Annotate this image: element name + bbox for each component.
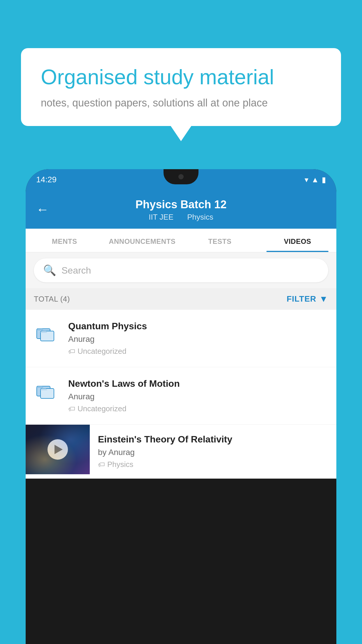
tab-ments[interactable]: MENTS xyxy=(26,229,103,252)
search-icon: 🔍 xyxy=(43,264,56,276)
back-button[interactable]: ← xyxy=(36,202,49,217)
folder-icon xyxy=(34,321,60,347)
video-title: Newton's Laws of Motion xyxy=(68,378,328,389)
filter-label: FILTER xyxy=(287,294,316,304)
video-info: Einstein's Theory Of Relativity by Anura… xyxy=(90,425,336,478)
video-tag: 🏷 Uncategorized xyxy=(68,347,328,356)
signal-icon: ▲ xyxy=(311,175,319,184)
tag-label: Physics xyxy=(107,460,133,469)
thumbnail-bg xyxy=(26,425,90,474)
tab-videos[interactable]: VIDEOS xyxy=(259,229,337,252)
header-subtitle: IIT JEE Physics xyxy=(36,213,326,222)
status-time: 14:29 xyxy=(36,175,57,184)
folder-icon xyxy=(34,378,60,405)
tag-icon: 🏷 xyxy=(68,347,75,356)
header-title: Physics Batch 12 xyxy=(36,198,326,211)
search-placeholder: Search xyxy=(61,265,91,276)
video-thumbnail xyxy=(26,425,90,474)
video-author: Anurag xyxy=(68,335,328,344)
notch xyxy=(164,169,198,184)
filter-bar: TOTAL (4) FILTER ▼ xyxy=(26,288,336,310)
video-info: Newton's Laws of Motion Anurag 🏷 Uncateg… xyxy=(68,378,328,413)
status-icons: ▾ ▲ ▮ xyxy=(305,175,326,184)
camera xyxy=(178,174,184,179)
speech-bubble: Organised study material notes, question… xyxy=(21,48,341,126)
wifi-icon: ▾ xyxy=(305,175,308,184)
filter-button[interactable]: FILTER ▼ xyxy=(287,294,328,304)
speech-bubble-heading: Organised study material xyxy=(41,65,321,89)
battery-icon: ▮ xyxy=(322,175,326,184)
tag-icon: 🏷 xyxy=(98,461,105,469)
video-author: by Anurag xyxy=(98,448,328,457)
tab-announcements[interactable]: ANNOUNCEMENTS xyxy=(103,229,181,252)
status-bar: 14:29 ▾ ▲ ▮ xyxy=(26,169,336,190)
video-author: Anurag xyxy=(68,392,328,401)
speech-bubble-subtext: notes, question papers, solutions all at… xyxy=(41,97,321,109)
video-info: Quantum Physics Anurag 🏷 Uncategorized xyxy=(68,321,328,356)
header-subtitle-right: Physics xyxy=(187,213,213,221)
tag-label: Uncategorized xyxy=(78,404,126,413)
tag-icon: 🏷 xyxy=(68,405,75,413)
header-subtitle-left: IIT JEE xyxy=(149,213,173,221)
video-title: Quantum Physics xyxy=(68,321,328,332)
total-count: TOTAL (4) xyxy=(34,295,70,304)
tag-label: Uncategorized xyxy=(78,347,126,356)
tabs-bar: MENTS ANNOUNCEMENTS TESTS VIDEOS xyxy=(26,229,336,253)
filter-icon: ▼ xyxy=(319,294,328,304)
video-list: Quantum Physics Anurag 🏷 Uncategorized xyxy=(26,310,336,479)
list-item[interactable]: Quantum Physics Anurag 🏷 Uncategorized xyxy=(26,310,336,367)
search-box[interactable]: 🔍 Search xyxy=(34,258,328,282)
phone-frame: 14:29 ▾ ▲ ▮ ← Physics Batch 12 IIT JEE P… xyxy=(26,169,336,644)
video-title: Einstein's Theory Of Relativity xyxy=(98,434,328,445)
video-tag: 🏷 Uncategorized xyxy=(68,404,328,413)
tab-tests[interactable]: TESTS xyxy=(181,229,259,252)
speech-bubble-container: Organised study material notes, question… xyxy=(21,48,341,126)
list-item[interactable]: Einstein's Theory Of Relativity by Anura… xyxy=(26,425,336,479)
search-container: 🔍 Search xyxy=(26,253,336,288)
list-item[interactable]: Newton's Laws of Motion Anurag 🏷 Uncateg… xyxy=(26,367,336,425)
video-tag: 🏷 Physics xyxy=(98,460,328,469)
app-header: ← Physics Batch 12 IIT JEE Physics xyxy=(26,190,336,229)
